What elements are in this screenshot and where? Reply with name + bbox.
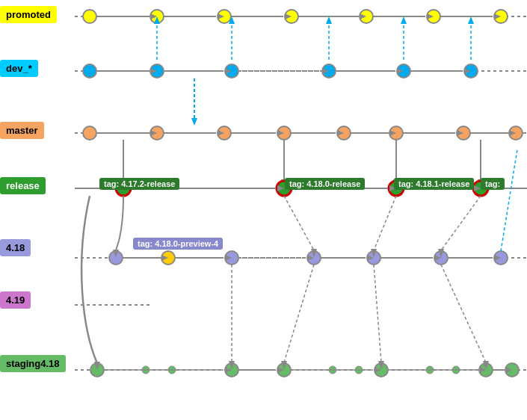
svg-point-50: [83, 126, 96, 140]
svg-line-147: [374, 265, 381, 362]
tag-4172-release: tag: 4.17.2-release: [99, 178, 179, 190]
svg-line-145: [284, 265, 314, 362]
svg-point-1: [83, 10, 96, 23]
svg-line-112: [284, 196, 314, 250]
tag-4181-release: tag: 4.18.1-release: [394, 178, 474, 190]
branch-label-master: master: [0, 122, 44, 139]
tag-4180-release: tag: 4.18.0-release: [285, 178, 365, 190]
branch-label-staging: staging4.18: [0, 355, 66, 372]
svg-point-31: [83, 64, 96, 78]
branch-label-promoted: promoted: [0, 6, 57, 23]
branch-label-v418: 4.18: [0, 239, 31, 256]
svg-line-149: [441, 265, 486, 362]
svg-line-116: [441, 196, 481, 250]
svg-line-118: [501, 149, 517, 251]
svg-marker-48: [191, 118, 197, 126]
svg-marker-25: [326, 16, 332, 24]
git-graph-svg: [0, 0, 527, 420]
svg-marker-27: [401, 16, 407, 24]
tag-4180-preview4: tag: 4.18.0-preview-4: [133, 238, 223, 250]
svg-marker-29: [468, 16, 474, 24]
branch-label-release: release: [0, 177, 46, 194]
branch-label-v419: 4.19: [0, 291, 31, 309]
tag-next-release: tag:: [481, 178, 505, 190]
git-graph-canvas: promoted dev_* master release 4.18 4.19 …: [0, 0, 527, 420]
branch-label-dev: dev_*: [0, 60, 38, 77]
svg-line-114: [374, 196, 396, 250]
